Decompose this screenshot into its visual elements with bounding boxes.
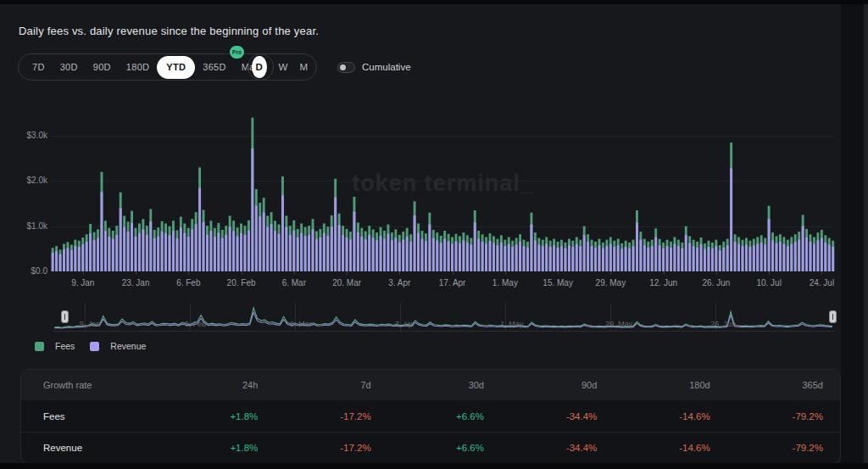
bar-revenue[interactable] [319,237,321,271]
bar-revenue[interactable] [357,232,359,271]
bar-revenue[interactable] [537,244,540,271]
legend-item-fees[interactable]: Fees [35,341,75,351]
bar-revenue[interactable] [477,239,480,271]
bar-revenue[interactable] [625,247,627,271]
bar-revenue[interactable] [108,237,110,271]
bar-revenue[interactable] [266,227,269,271]
bar-revenue[interactable] [742,246,744,271]
bar-revenue[interactable] [443,239,446,271]
bar-revenue[interactable] [504,246,506,271]
bar-revenue[interactable] [816,240,819,271]
bar-revenue[interactable] [542,246,544,271]
bar-revenue[interactable] [74,246,76,271]
bar-revenue[interactable] [255,205,258,271]
bar-revenue[interactable] [251,148,253,271]
bar-revenue[interactable] [289,235,292,271]
bar-revenue[interactable] [557,248,559,271]
bar-revenue[interactable] [579,246,581,271]
bar-revenue[interactable] [666,246,669,271]
bar-revenue[interactable] [432,238,435,271]
bar-revenue[interactable] [244,235,247,271]
bar-revenue[interactable] [248,231,250,271]
bar-revenue[interactable] [198,188,201,271]
bar-revenue[interactable] [704,249,706,271]
bar-revenue[interactable] [183,233,186,271]
bar-revenue[interactable] [236,237,239,271]
bar-revenue[interactable] [380,236,382,271]
bar-revenue[interactable] [221,238,224,271]
bar-revenue[interactable] [545,244,548,271]
bar-revenue[interactable] [496,245,498,271]
bar-revenue[interactable] [722,248,725,271]
bar-revenue[interactable] [187,237,190,271]
bar-revenue[interactable] [214,237,216,271]
bar-revenue[interactable] [813,244,815,271]
granularity-button-d[interactable]: D [252,56,267,78]
bar-revenue[interactable] [312,230,314,271]
bar-revenue[interactable] [511,247,514,271]
bar-revenue[interactable] [281,195,284,271]
bar-revenue[interactable] [78,247,81,271]
bar-revenue[interactable] [206,235,209,271]
granularity-button-m[interactable]: M [299,62,308,72]
bar-revenue[interactable] [349,239,352,271]
range-button-7d[interactable]: 7D [25,53,53,81]
bar-revenue[interactable] [719,250,721,271]
bar-revenue[interactable] [715,246,717,271]
bar-revenue[interactable] [300,233,303,271]
bar-revenue[interactable] [824,243,826,271]
bar-revenue[interactable] [270,224,273,271]
bar-revenue[interactable] [681,248,683,271]
bar-revenue[interactable] [421,239,424,271]
bar-revenue[interactable] [52,253,54,271]
bar-revenue[interactable] [651,246,654,271]
bar-revenue[interactable] [737,244,740,271]
bar-revenue[interactable] [696,248,698,271]
bar-revenue[interactable] [394,237,397,271]
bar-revenue[interactable] [217,232,220,271]
bar-revenue[interactable] [326,236,329,271]
bar-revenue[interactable] [591,246,593,271]
bar-revenue[interactable] [180,227,182,271]
bar-revenue[interactable] [613,247,615,271]
bar-revenue[interactable] [263,213,265,272]
bar-revenue[interactable] [688,243,691,271]
bar-revenue[interactable] [711,248,714,271]
bar-revenue[interactable] [565,248,567,271]
bar-revenue[interactable] [331,226,333,271]
bar-revenue[interactable] [387,234,389,271]
bar-revenue[interactable] [636,222,638,271]
bar-revenue[interactable] [338,225,341,271]
bar-revenue[interactable] [734,242,737,271]
scrollbar[interactable] [864,4,868,463]
bar-revenue[interactable] [693,246,695,271]
bar-revenue[interactable] [391,240,393,271]
bar-revenue[interactable] [86,242,88,271]
bar-revenue[interactable] [526,248,529,271]
bar-revenue[interactable] [383,239,386,271]
bar-revenue[interactable] [161,232,164,271]
bar-revenue[interactable] [828,244,831,271]
bar-revenue[interactable] [285,227,287,271]
bar-revenue[interactable] [278,234,281,271]
bar-revenue[interactable] [782,244,785,271]
bar-revenue[interactable] [104,231,107,271]
bar-revenue[interactable] [146,235,148,271]
bar-revenue[interactable] [677,246,680,271]
bar-revenue[interactable] [617,245,620,271]
bar-revenue[interactable] [560,246,563,271]
bar-revenue[interactable] [534,240,537,271]
range-button-30d[interactable]: 30D [53,53,86,81]
bar-revenue[interactable] [760,243,763,271]
bar-revenue[interactable] [481,242,484,271]
navigator-left-handle[interactable] [61,310,69,323]
bar-revenue[interactable] [398,242,401,271]
bar-revenue[interactable] [428,225,431,271]
bar-revenue[interactable] [138,233,141,271]
bar-revenue[interactable] [127,232,130,271]
bar-revenue[interactable] [643,245,646,271]
bar-revenue[interactable] [523,246,526,271]
bar-revenue[interactable] [153,238,156,271]
bar-revenue[interactable] [436,240,438,271]
bar-revenue[interactable] [55,251,58,271]
